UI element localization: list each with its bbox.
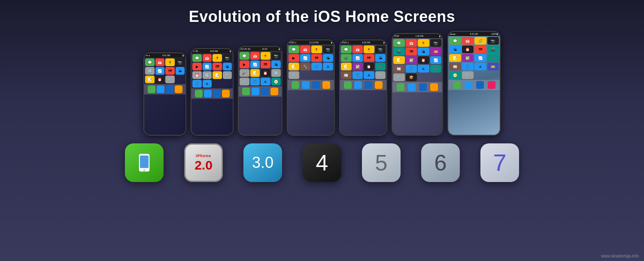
dock-phone-3: [242, 88, 250, 95]
app-settings-5: ⚙️: [375, 71, 386, 79]
badge-ios7: 7: [480, 143, 519, 182]
signal-5: AT&T ▸: [342, 41, 349, 44]
app-newsstand-6: 📰: [393, 65, 405, 73]
app-clock-7: ⏰: [462, 46, 474, 53]
dock-mail-6: [408, 83, 416, 91]
app-camera-7: 📷: [487, 37, 499, 45]
dock-6: [392, 82, 442, 92]
app-videos-6: 🎬: [393, 48, 405, 55]
app-weather-6: 🌤: [418, 48, 429, 55]
app-camera-3: 📷: [271, 52, 281, 60]
time-1: 9:41 AM: [162, 54, 170, 57]
app-passbook-6: 🎫: [430, 48, 442, 55]
page-title: Evolution of the iOS Home Screens: [0, 0, 644, 26]
dock-phone-5: [344, 81, 352, 89]
screen-ios5: AT&T ▸ 8:06 PM ▮ 💬 📅 🌻 📷 📹 📈 🗺 🌤 📝 ✅ ⏰: [340, 40, 386, 135]
phone-ios1: ▪▪▪ ▸ 9:41 AM ▮ 💬 📅 🌻 📷 🔢 📈 🗺 🌤 📝 ⏰ ⚙️: [143, 52, 186, 136]
app-sms-2: 💬: [192, 54, 202, 62]
app-e1-4: [300, 71, 311, 79]
app-newsstand-7: 📰: [449, 63, 461, 70]
app-util-4: 🔧: [300, 63, 311, 70]
phone-shell-ios3: O2-UK 3G 15:43 ▮ 💬 📅 🌻 📷 ▶ 📈 🗺 🌤 🎤 📝 ⏰: [238, 46, 283, 136]
app-itunes-4: 🎵: [311, 63, 322, 70]
screen-ios7: ●●●●○ 9:41 AM 100%▮ 💬 📅 🌈 📷 🌤 ⏰ 🗺 🎬 📝 ✅ …: [448, 32, 500, 135]
app-clock-1: ⏰: [155, 76, 165, 83]
app-msg-4: 💬: [289, 46, 299, 53]
app-itunes-2: 🎵: [192, 80, 202, 88]
app-clock-6: ⏰: [418, 56, 429, 64]
dock-safari-5: [365, 81, 372, 89]
phone-ios4: AT&T ▸ 12:13 PM ▮ 💬 📅 🌻 📷 ▶ 📈 🗺 🌤 📝 🔧 🎵: [287, 39, 335, 136]
dock-5: [340, 80, 386, 90]
app-weather-5: 🌤: [375, 54, 386, 62]
app-photos-2: 🌻: [213, 54, 222, 62]
battery-5: ▮: [383, 41, 385, 44]
badge-6-number: 6: [434, 152, 447, 174]
status-bar-4: AT&T ▸ 12:13 PM ▮: [288, 40, 334, 45]
dock-safari-7: [476, 81, 484, 89]
app-photos-5: 🌻: [364, 46, 374, 53]
app-maps-2: 🗺: [213, 63, 222, 70]
app-reminders-5: ✅: [352, 63, 363, 70]
screen-ios2: ▪▪ 3G 9:42 AM ▮ 💬 📅 🌻 📷 ▶ 📈 🗺 🌤 ⏰ 🔢 📝: [191, 49, 233, 135]
app-reminders-6: ✅: [406, 56, 417, 64]
phone-shell-ios4: AT&T ▸ 12:13 PM ▮ 💬 📅 🌻 📷 ▶ 📈 🗺 🌤 📝 🔧 🎵: [287, 39, 335, 136]
dock-mail-4: [302, 81, 310, 89]
phone-ios6: AT&T 1:45 PM ▮ 💬 📅 🌻 📷 🎬 🗺 🌤 🎫 📝 ✅ ⏰: [392, 33, 443, 136]
dock-mail-3: [252, 88, 259, 95]
dock-mail-7: [465, 81, 472, 89]
dock-4: [288, 80, 334, 90]
app-notes-1: 📝: [145, 76, 155, 83]
dock-safari-3: [261, 88, 269, 95]
phone-shell-ios1: ▪▪▪ ▸ 9:41 AM ▮ 💬 📅 🌻 📷 🔢 📈 🗺 🌤 📝 ⏰ ⚙️: [143, 52, 186, 136]
app-passbook-7: 🎫: [487, 63, 499, 70]
app-grid-1: 💬 📅 🌻 📷 🔢 📈 🗺 🌤 📝 ⏰ ⚙️: [144, 58, 185, 84]
app-cydia-6: 📦: [406, 73, 417, 81]
app-photos-4: 🌻: [311, 46, 322, 53]
app-e3-4: [323, 71, 334, 79]
app-maps-3: 🗺: [261, 61, 270, 68]
ios-badges-row: iPhone 2.0 3.0 4 5 6 7: [0, 136, 644, 185]
app-maps-1: 🗺: [165, 67, 175, 75]
time-4: 12:13 PM: [309, 41, 318, 44]
phone-shell-ios5: AT&T ▸ 8:06 PM ▮ 💬 📅 🌻 📷 📹 📈 🗺 🌤 📝 ✅ ⏰: [339, 39, 387, 136]
app-compass-7: 🧭: [449, 71, 461, 79]
dock-ipod-2: [222, 90, 230, 97]
phone-shell-ios7: ●●●●○ 9:41 AM 100%▮ 💬 📅 🌈 📷 🌤 ⏰ 🗺 🎬 📝 ✅ …: [447, 31, 501, 136]
app-maps-7: 🗺: [474, 46, 486, 53]
status-bar-7: ●●●●○ 9:41 AM 100%▮: [448, 32, 500, 36]
app-vmemo-3: 🎤: [240, 69, 249, 77]
app-stocks-4: 📈: [300, 54, 311, 62]
badge-ios6: 6: [421, 143, 460, 182]
badge-ios4: 4: [303, 143, 341, 182]
app-videos-7: 🎬: [487, 46, 499, 53]
phones-row: ▪▪▪ ▸ 9:41 AM ▮ 💬 📅 🌻 📷 🔢 📈 🗺 🌤 📝 ⏰ ⚙️: [0, 26, 644, 136]
app-stocks-6: 📈: [430, 56, 442, 64]
app-gamecenter-5: 🎮: [375, 63, 386, 70]
app-maps-5: 🗺: [364, 54, 374, 62]
signal-3: O2-UK 3G: [240, 48, 250, 50]
badge-ios2: iPhone 2.0: [184, 143, 223, 182]
app-clock-3: ⏰: [261, 69, 270, 77]
badge-ios5: 5: [362, 143, 401, 182]
battery-3: ▮: [279, 48, 280, 50]
screen-ios6: AT&T 1:45 PM ▮ 💬 📅 🌻 📷 🎬 🗺 🌤 🎫 📝 ✅ ⏰: [392, 34, 442, 135]
screen-ios1: ▪▪▪ ▸ 9:41 AM ▮ 💬 📅 🌻 📷 🔢 📈 🗺 🌤 📝 ⏰ ⚙️: [144, 53, 185, 135]
time-2: 9:42 AM: [210, 50, 218, 52]
dock-phone-7: [453, 81, 461, 89]
app-notes-6: 📝: [393, 56, 405, 64]
app-settings-7: ⚙️: [462, 71, 474, 79]
app-grid-6: 💬 📅 🌻 📷 🎬 🗺 🌤 🎫 📝 ✅ ⏰ 📈 📰 🎵 A 🎮: [392, 38, 442, 82]
phone-ios2: ▪▪ 3G 9:42 AM ▮ 💬 📅 🌻 📷 ▶ 📈 🗺 🌤 ⏰ 🔢 📝: [191, 48, 234, 136]
app-cal-4: 📅: [300, 46, 311, 53]
badge-20-number: 2.0: [194, 158, 213, 172]
dock-music-5: [375, 81, 383, 89]
phone-ios7: ●●●●○ 9:41 AM 100%▮ 💬 📅 🌈 📷 🌤 ⏰ 🗺 🎬 📝 ✅ …: [447, 31, 501, 136]
dock-1: [144, 84, 185, 94]
dock-music-6: [430, 83, 438, 91]
app-cal-6: 📅: [406, 39, 417, 47]
app-youtube-4: ▶: [289, 54, 299, 62]
app-msg-7: 💬: [449, 37, 461, 45]
dock-ipod-1: [175, 85, 182, 93]
app-clock-5: ⏰: [364, 63, 374, 70]
